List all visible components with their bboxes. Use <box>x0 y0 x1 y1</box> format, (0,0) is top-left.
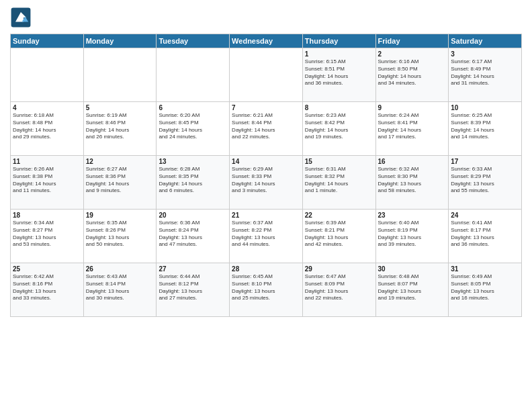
calendar-cell <box>83 48 157 102</box>
calendar-cell: 24Sunrise: 6:41 AM Sunset: 8:17 PM Dayli… <box>449 210 522 263</box>
header <box>10 7 522 28</box>
calendar-cell: 1Sunrise: 6:15 AM Sunset: 8:51 PM Daylig… <box>302 48 375 102</box>
calendar-cell: 21Sunrise: 6:37 AM Sunset: 8:22 PM Dayli… <box>230 210 303 263</box>
day-header-thursday: Thursday <box>302 34 375 48</box>
cell-content: Sunrise: 6:29 AM Sunset: 8:33 PM Dayligh… <box>232 166 300 195</box>
calendar-cell: 9Sunrise: 6:24 AM Sunset: 8:41 PM Daylig… <box>375 102 449 156</box>
calendar-cell: 27Sunrise: 6:44 AM Sunset: 8:12 PM Dayli… <box>157 263 230 317</box>
day-number: 20 <box>159 212 227 219</box>
calendar-cell: 6Sunrise: 6:20 AM Sunset: 8:45 PM Daylig… <box>157 102 230 156</box>
day-number: 3 <box>451 50 519 58</box>
day-number: 16 <box>378 158 447 165</box>
day-header-tuesday: Tuesday <box>157 34 230 48</box>
calendar-week-1: 1Sunrise: 6:15 AM Sunset: 8:51 PM Daylig… <box>11 48 522 102</box>
cell-content: Sunrise: 6:40 AM Sunset: 8:19 PM Dayligh… <box>378 220 447 248</box>
day-number: 18 <box>13 212 81 219</box>
calendar-cell <box>11 48 84 102</box>
calendar-cell: 18Sunrise: 6:34 AM Sunset: 8:27 PM Dayli… <box>11 210 84 263</box>
cell-content: Sunrise: 6:41 AM Sunset: 8:17 PM Dayligh… <box>451 220 519 248</box>
cell-content: Sunrise: 6:27 AM Sunset: 8:36 PM Dayligh… <box>86 166 154 195</box>
calendar-cell: 2Sunrise: 6:16 AM Sunset: 8:50 PM Daylig… <box>375 48 449 102</box>
cell-content: Sunrise: 6:33 AM Sunset: 8:29 PM Dayligh… <box>451 166 519 195</box>
cell-content: Sunrise: 6:18 AM Sunset: 8:48 PM Dayligh… <box>13 112 81 141</box>
day-number: 15 <box>305 158 373 165</box>
day-number: 17 <box>451 158 519 165</box>
day-header-monday: Monday <box>83 34 157 48</box>
calendar-cell: 25Sunrise: 6:42 AM Sunset: 8:16 PM Dayli… <box>11 263 84 317</box>
cell-content: Sunrise: 6:49 AM Sunset: 8:05 PM Dayligh… <box>451 273 519 302</box>
calendar-cell: 11Sunrise: 6:26 AM Sunset: 8:38 PM Dayli… <box>11 156 84 210</box>
cell-content: Sunrise: 6:47 AM Sunset: 8:09 PM Dayligh… <box>305 273 373 302</box>
calendar-cell: 30Sunrise: 6:48 AM Sunset: 8:07 PM Dayli… <box>375 263 449 317</box>
cell-content: Sunrise: 6:37 AM Sunset: 8:22 PM Dayligh… <box>232 220 300 248</box>
day-number: 28 <box>232 265 300 273</box>
cell-content: Sunrise: 6:20 AM Sunset: 8:45 PM Dayligh… <box>159 112 227 141</box>
cell-content: Sunrise: 6:32 AM Sunset: 8:30 PM Dayligh… <box>378 166 447 195</box>
calendar-cell: 20Sunrise: 6:36 AM Sunset: 8:24 PM Dayli… <box>157 210 230 263</box>
calendar-cell: 19Sunrise: 6:35 AM Sunset: 8:26 PM Dayli… <box>83 210 157 263</box>
cell-content: Sunrise: 6:34 AM Sunset: 8:27 PM Dayligh… <box>13 220 81 248</box>
day-number: 30 <box>378 265 447 273</box>
calendar-cell: 17Sunrise: 6:33 AM Sunset: 8:29 PM Dayli… <box>449 156 522 210</box>
day-header-friday: Friday <box>375 34 449 48</box>
cell-content: Sunrise: 6:15 AM Sunset: 8:51 PM Dayligh… <box>305 58 373 87</box>
calendar-cell: 8Sunrise: 6:23 AM Sunset: 8:42 PM Daylig… <box>302 102 375 156</box>
cell-content: Sunrise: 6:17 AM Sunset: 8:49 PM Dayligh… <box>451 58 519 87</box>
calendar-cell: 7Sunrise: 6:21 AM Sunset: 8:44 PM Daylig… <box>230 102 303 156</box>
cell-content: Sunrise: 6:44 AM Sunset: 8:12 PM Dayligh… <box>159 273 227 302</box>
cell-content: Sunrise: 6:48 AM Sunset: 8:07 PM Dayligh… <box>378 273 447 302</box>
calendar-week-3: 11Sunrise: 6:26 AM Sunset: 8:38 PM Dayli… <box>11 156 522 210</box>
calendar-cell: 5Sunrise: 6:19 AM Sunset: 8:46 PM Daylig… <box>83 102 157 156</box>
day-header-saturday: Saturday <box>449 34 522 48</box>
cell-content: Sunrise: 6:26 AM Sunset: 8:38 PM Dayligh… <box>13 166 81 195</box>
cell-content: Sunrise: 6:35 AM Sunset: 8:26 PM Dayligh… <box>86 220 154 248</box>
cell-content: Sunrise: 6:45 AM Sunset: 8:10 PM Dayligh… <box>232 273 300 302</box>
day-number: 24 <box>451 212 519 219</box>
cell-content: Sunrise: 6:19 AM Sunset: 8:46 PM Dayligh… <box>86 112 154 141</box>
day-number: 21 <box>232 212 300 219</box>
calendar-cell: 12Sunrise: 6:27 AM Sunset: 8:36 PM Dayli… <box>83 156 157 210</box>
day-number: 11 <box>13 158 81 165</box>
day-number: 9 <box>378 104 447 111</box>
day-number: 6 <box>159 104 227 111</box>
calendar-cell: 22Sunrise: 6:39 AM Sunset: 8:21 PM Dayli… <box>302 210 375 263</box>
calendar-cell: 3Sunrise: 6:17 AM Sunset: 8:49 PM Daylig… <box>449 48 522 102</box>
cell-content: Sunrise: 6:25 AM Sunset: 8:39 PM Dayligh… <box>451 112 519 141</box>
day-number: 5 <box>86 104 154 111</box>
logo-icon <box>10 7 32 28</box>
logo <box>10 7 34 28</box>
calendar-cell: 16Sunrise: 6:32 AM Sunset: 8:30 PM Dayli… <box>375 156 449 210</box>
calendar-cell: 29Sunrise: 6:47 AM Sunset: 8:09 PM Dayli… <box>302 263 375 317</box>
day-number: 12 <box>86 158 154 165</box>
cell-content: Sunrise: 6:42 AM Sunset: 8:16 PM Dayligh… <box>13 273 81 302</box>
day-number: 26 <box>86 265 154 273</box>
day-number: 10 <box>451 104 519 111</box>
calendar-cell: 4Sunrise: 6:18 AM Sunset: 8:48 PM Daylig… <box>11 102 84 156</box>
calendar-cell <box>157 48 230 102</box>
day-number: 23 <box>378 212 447 219</box>
calendar-week-4: 18Sunrise: 6:34 AM Sunset: 8:27 PM Dayli… <box>11 210 522 263</box>
day-number: 8 <box>305 104 373 111</box>
day-number: 19 <box>86 212 154 219</box>
calendar-cell: 15Sunrise: 6:31 AM Sunset: 8:32 PM Dayli… <box>302 156 375 210</box>
calendar-week-2: 4Sunrise: 6:18 AM Sunset: 8:48 PM Daylig… <box>11 102 522 156</box>
calendar-cell: 23Sunrise: 6:40 AM Sunset: 8:19 PM Dayli… <box>375 210 449 263</box>
day-number: 29 <box>305 265 373 273</box>
day-number: 4 <box>13 104 81 111</box>
calendar-cell: 10Sunrise: 6:25 AM Sunset: 8:39 PM Dayli… <box>449 102 522 156</box>
day-number: 1 <box>305 50 373 58</box>
cell-content: Sunrise: 6:23 AM Sunset: 8:42 PM Dayligh… <box>305 112 373 141</box>
day-number: 22 <box>305 212 373 219</box>
calendar-cell <box>230 48 303 102</box>
calendar-table: SundayMondayTuesdayWednesdayThursdayFrid… <box>10 34 522 317</box>
header-row: SundayMondayTuesdayWednesdayThursdayFrid… <box>11 34 522 48</box>
cell-content: Sunrise: 6:16 AM Sunset: 8:50 PM Dayligh… <box>378 58 447 87</box>
cell-content: Sunrise: 6:21 AM Sunset: 8:44 PM Dayligh… <box>232 112 300 141</box>
day-header-sunday: Sunday <box>11 34 84 48</box>
day-number: 7 <box>232 104 300 111</box>
calendar-cell: 14Sunrise: 6:29 AM Sunset: 8:33 PM Dayli… <box>230 156 303 210</box>
day-number: 25 <box>13 265 81 273</box>
calendar-week-5: 25Sunrise: 6:42 AM Sunset: 8:16 PM Dayli… <box>11 263 522 317</box>
cell-content: Sunrise: 6:24 AM Sunset: 8:41 PM Dayligh… <box>378 112 447 141</box>
cell-content: Sunrise: 6:28 AM Sunset: 8:35 PM Dayligh… <box>159 166 227 195</box>
